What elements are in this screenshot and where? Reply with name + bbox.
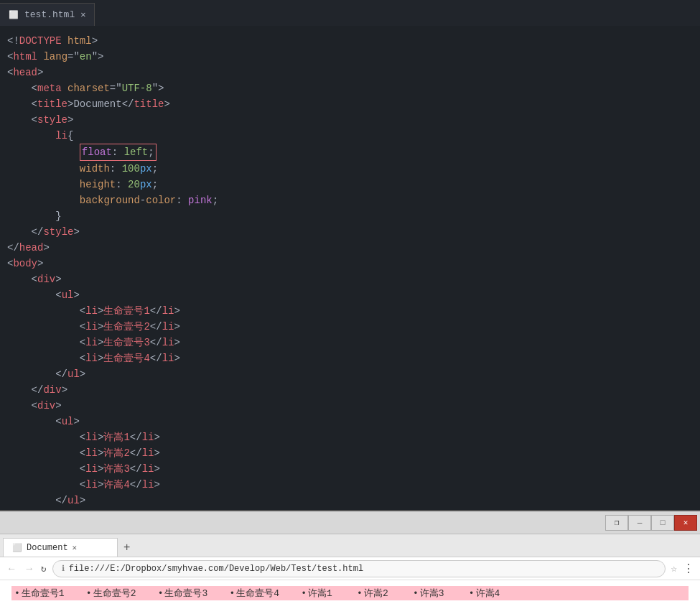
code-line: <title>Document</title> — [7, 96, 700, 112]
browser-content: • 生命壹号1 • 生命壹号2 • 生命壹号3 • 生命壹号4 • 许嵩1 • … — [0, 580, 700, 609]
browser-minimize-button[interactable]: — — [628, 515, 651, 531]
bullet-7: • — [413, 588, 419, 599]
browser-tab-bar: ⬜ Document ✕ + — [0, 534, 700, 557]
code-line: </style> — [7, 224, 700, 240]
code-line-highlighted: float: left; — [7, 144, 700, 161]
code-line: <li>许嵩4</li> — [7, 477, 700, 493]
code-line: <li>生命壹号4</li> — [7, 350, 700, 366]
restore-icon: ❐ — [615, 518, 620, 527]
browser-restore-button[interactable]: ❐ — [605, 515, 628, 531]
tab-bar: ⬜ test.html ✕ — [0, 0, 700, 26]
code-line: <li>许嵩2</li> — [7, 445, 700, 461]
code-line: <head> — [7, 65, 700, 80]
code-line: </head> — [7, 240, 700, 256]
browser-tab-title: Document — [27, 543, 68, 553]
code-line: </ul> — [7, 493, 700, 508]
browser-maximize-button[interactable]: □ — [651, 515, 674, 531]
list-item-8: 许嵩4 — [476, 587, 519, 600]
list-item-6: 许嵩2 — [364, 587, 407, 600]
code-line: <div> — [7, 398, 700, 414]
code-line: <meta charset="UTF-8"> — [7, 80, 700, 96]
editor-tab[interactable]: ⬜ test.html ✕ — [0, 3, 95, 26]
code-line: <body> — [7, 256, 700, 271]
address-security-icon: ℹ — [62, 564, 65, 573]
close-win-icon: ✕ — [683, 518, 689, 527]
browser-menu-button[interactable]: ⋮ — [683, 562, 694, 576]
code-line: <ul> — [7, 414, 700, 429]
code-line: <style> — [7, 112, 700, 128]
bullet-3: • — [158, 588, 164, 599]
code-line: <li>生命壹号3</li> — [7, 335, 700, 350]
list-item-1: 生命壹号1 — [22, 587, 86, 600]
minimize-icon: — — [638, 519, 643, 527]
browser-address-bar: ← → ↻ ℹ file:///E:/Dropbox/smyhvae.com/D… — [0, 557, 700, 580]
code-line: <!DOCTYPE html> — [7, 33, 700, 49]
back-button[interactable]: ← — [6, 562, 17, 576]
code-line: li{ — [7, 128, 700, 144]
browser-window: ❐ — □ ✕ ⬜ Document ✕ + ← → ↻ ℹ file:///E… — [0, 510, 700, 609]
list-item-2: 生命壹号2 — [93, 587, 158, 600]
bullet-1: • — [14, 588, 20, 599]
tab-close-icon[interactable]: ✕ — [80, 9, 85, 20]
browser-titlebar: ❐ — □ ✕ — [0, 511, 700, 534]
list-item-3: 生命壹号3 — [164, 587, 229, 600]
code-line: } — [7, 208, 700, 224]
address-bar-input[interactable]: ℹ file:///E:/Dropbox/smyhvae.com/Develop… — [52, 560, 666, 577]
list-item-5: 许嵩1 — [308, 587, 351, 600]
code-line: height: 20px; — [7, 177, 700, 192]
bullet-8: • — [469, 588, 475, 599]
code-line: background-color: pink; — [7, 192, 700, 208]
code-line: <li>许嵩1</li> — [7, 429, 700, 445]
rendered-items-row: • 生命壹号1 • 生命壹号2 • 生命壹号3 • 生命壹号4 • 许嵩1 • … — [11, 586, 689, 600]
code-line: <li>许嵩3</li> — [7, 461, 700, 477]
browser-tab-close-icon[interactable]: ✕ — [73, 543, 78, 552]
browser-tab-favicon: ⬜ — [12, 543, 22, 552]
code-line: <div> — [7, 271, 700, 287]
browser-window-controls: ❐ — □ ✕ — [605, 515, 697, 531]
list-item-7: 许嵩3 — [420, 587, 463, 600]
tab-filename: test.html — [24, 9, 75, 20]
code-line: </ul> — [7, 366, 700, 382]
code-editor[interactable]: <!DOCTYPE html> <html lang="en"> <head> … — [0, 26, 700, 510]
code-line: width: 100px; — [7, 161, 700, 177]
bookmark-button[interactable]: ☆ — [671, 562, 677, 575]
code-line: <li>生命壹号1</li> — [7, 303, 700, 319]
bullet-5: • — [301, 588, 307, 599]
browser-close-button[interactable]: ✕ — [674, 515, 697, 531]
bullet-6: • — [357, 588, 363, 599]
new-tab-button[interactable]: + — [118, 538, 136, 557]
list-item-4: 生命壹号4 — [236, 587, 301, 600]
address-url: file:///E:/Dropbox/smyhvae.com/Develop/W… — [69, 564, 363, 574]
tab-icon: ⬜ — [9, 10, 19, 19]
code-line: <li>生命壹号2</li> — [7, 319, 700, 335]
code-line: <html lang="en"> — [7, 49, 700, 65]
maximize-icon: □ — [661, 519, 666, 527]
editor-container: ⬜ test.html ✕ <!DOCTYPE html> <html lang… — [0, 0, 700, 510]
code-line: </div> — [7, 382, 700, 398]
browser-tab[interactable]: ⬜ Document ✕ — [3, 538, 118, 557]
bullet-2: • — [86, 588, 92, 599]
bullet-4: • — [229, 588, 235, 599]
code-line: <ul> — [7, 287, 700, 303]
forward-button[interactable]: → — [23, 562, 34, 576]
refresh-button[interactable]: ↻ — [41, 563, 47, 575]
